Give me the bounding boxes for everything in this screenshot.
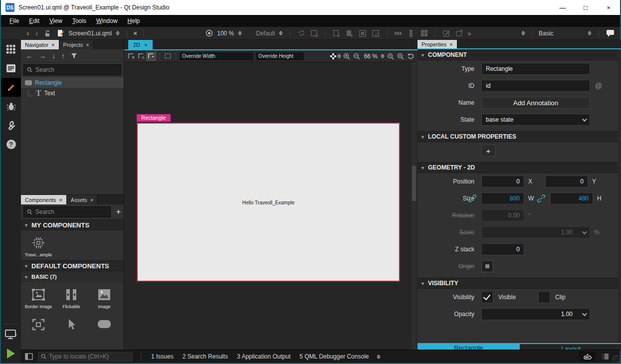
background-color-icon[interactable]	[330, 53, 336, 59]
design-canvas[interactable]: Rectangle Hello Traveoll_Example	[124, 62, 417, 351]
style-spinner-icon[interactable]	[278, 31, 284, 35]
menu-view[interactable]: View	[45, 16, 67, 26]
reset-override-icon[interactable]	[371, 29, 381, 38]
output-pane-qml-debugger-console[interactable]: 5 QML Debugger Console	[298, 353, 371, 360]
type-field[interactable]	[481, 63, 590, 75]
run-button[interactable]	[1, 344, 21, 363]
output-pane-application-output[interactable]: 3 Application Output	[235, 353, 292, 360]
run-scale-icon[interactable]	[204, 29, 214, 38]
move-down-icon[interactable]: ↓	[52, 52, 55, 60]
section-basic[interactable]: ▾ BASIC (7)	[21, 271, 124, 282]
add-custom-property-button[interactable]: +	[481, 145, 495, 157]
annotation-bubble-icon[interactable]	[605, 29, 615, 38]
override-height-input[interactable]	[256, 53, 304, 59]
section-visibility[interactable]: ▾ VISIBILITY	[417, 278, 621, 289]
selection-label[interactable]: Rectangle	[137, 114, 171, 122]
zoom-level-value[interactable]: 100 %	[217, 30, 234, 37]
canvas-zoom-spinner-icon[interactable]	[380, 54, 386, 58]
clip-checkbox[interactable]	[538, 291, 550, 303]
component-item-rectangle[interactable]	[89, 315, 120, 331]
close-icon[interactable]: ×	[144, 42, 147, 48]
resize-grip[interactable]	[612, 355, 620, 363]
output-panes-spinner-icon[interactable]	[376, 355, 382, 359]
height-field[interactable]	[550, 192, 593, 204]
canvas-zoom-value[interactable]: 66 %	[364, 53, 378, 60]
component-item-mouse-area[interactable]	[56, 315, 87, 331]
section-my-components[interactable]: ▾ MY COMPONENTS	[21, 219, 124, 230]
maximize-button[interactable]: □	[574, 0, 597, 15]
locator-input[interactable]	[49, 353, 130, 360]
tab-navigator[interactable]: Navigator ×	[21, 40, 59, 49]
move-left-icon[interactable]: ←	[26, 52, 33, 60]
style-selector[interactable]: Default	[256, 30, 275, 37]
component-item-flickable[interactable]: Flickable	[56, 285, 87, 309]
back-icon[interactable]: ‹	[25, 29, 31, 37]
menu-file[interactable]: File	[5, 16, 23, 26]
kit-spinner-left-icon[interactable]	[520, 31, 526, 35]
components-search-input[interactable]	[35, 208, 107, 215]
components-search[interactable]	[23, 206, 111, 217]
move-right-icon[interactable]: →	[39, 52, 46, 60]
component-item-focus-scope[interactable]	[23, 315, 54, 331]
output-pane-issues[interactable]: 1 Issues	[149, 353, 176, 360]
rotation-field[interactable]	[481, 209, 524, 221]
lock-icon[interactable]	[42, 29, 52, 38]
zoom-out-icon[interactable]	[352, 52, 362, 61]
scale-dropdown[interactable]: 1.00	[481, 226, 590, 238]
add-module-button[interactable]: +	[113, 207, 124, 216]
live-preview-icon[interactable]	[309, 29, 319, 38]
section-local-custom-properties[interactable]: ▾ LOCAL CUSTOM PROPERTIES	[417, 131, 621, 142]
close-button[interactable]: ×	[597, 0, 620, 15]
close-icon[interactable]: ×	[86, 42, 89, 48]
close-icon[interactable]: ×	[59, 197, 62, 203]
override-icon[interactable]	[358, 29, 368, 38]
close-icon[interactable]: ×	[449, 41, 452, 47]
text-item[interactable]: Hello Traveoll_Example	[138, 200, 399, 205]
tab-2d[interactable]: 2D ×	[128, 40, 153, 49]
document-edit-icon[interactable]	[55, 29, 65, 38]
edit-component-icon[interactable]	[441, 29, 451, 38]
tree-item-rectangle[interactable]: Rectangle	[21, 77, 124, 88]
tab-properties[interactable]: Properties ×	[417, 40, 457, 48]
toolbar-overflow-icon[interactable]: »	[467, 29, 471, 37]
minimize-button[interactable]: —	[551, 0, 574, 15]
menu-tools[interactable]: Tools	[68, 16, 91, 26]
open-output-pane-icon[interactable]	[579, 352, 596, 362]
origin-selector[interactable]	[481, 260, 493, 272]
edit-mode-icon[interactable]	[1, 59, 21, 78]
canvas-vertical-scrollbar[interactable]	[412, 62, 416, 351]
tree-item-text[interactable]: T Text	[21, 88, 124, 98]
export-alias-icon[interactable]: @	[595, 82, 602, 90]
visible-checkbox[interactable]	[481, 291, 493, 303]
zstack-field[interactable]	[481, 243, 524, 255]
kit-spinner-right-icon[interactable]	[587, 31, 593, 35]
close-icon[interactable]: ×	[51, 42, 54, 48]
override-height-field[interactable]	[255, 52, 304, 61]
menu-window[interactable]: Window	[92, 16, 122, 26]
bind-height-icon[interactable]	[537, 194, 546, 202]
projects-tools-icon[interactable]	[1, 116, 21, 135]
snapping-icon[interactable]	[146, 52, 156, 61]
document-spinner-icon[interactable]	[115, 31, 121, 35]
paste-format-icon[interactable]	[345, 29, 355, 38]
close-document-icon[interactable]: ×	[133, 29, 137, 37]
add-annotation-button[interactable]: Add Annotation	[481, 97, 590, 109]
tab-projects[interactable]: Projects ×	[59, 40, 94, 49]
toggle-right-sidebar-icon[interactable]	[601, 353, 609, 360]
y-field[interactable]	[545, 176, 588, 187]
no-snapping-icon[interactable]	[126, 52, 136, 61]
column-layout-icon[interactable]	[406, 29, 416, 38]
move-up-icon[interactable]: ↑	[61, 52, 65, 60]
component-item-custom[interactable]: Trave...ample	[23, 233, 54, 257]
help-mode-icon[interactable]: ?	[1, 135, 21, 154]
navigator-search[interactable]	[23, 64, 121, 75]
section-component[interactable]: ▾ COMPONENT	[417, 49, 621, 60]
id-field[interactable]	[481, 80, 590, 92]
rectangle-item[interactable]: Hello Traveoll_Example	[137, 123, 400, 282]
open-document-name[interactable]: Screen01.ui.qml	[68, 30, 112, 37]
close-icon[interactable]: ×	[90, 197, 93, 203]
width-field[interactable]	[481, 192, 524, 204]
section-default-components[interactable]: ▾ DEFAULT COMPONENTS	[21, 260, 124, 271]
snapping-anchors-icon[interactable]: A	[136, 52, 146, 61]
kit-target-icon[interactable]	[1, 325, 21, 344]
